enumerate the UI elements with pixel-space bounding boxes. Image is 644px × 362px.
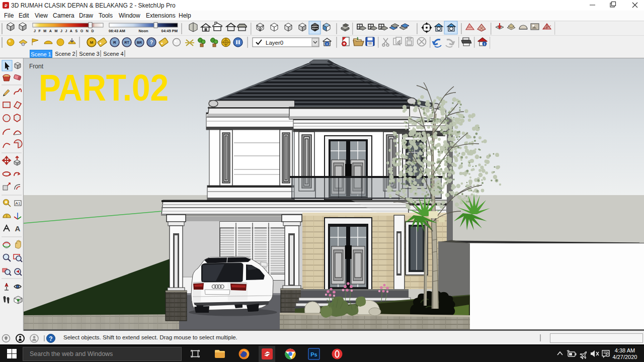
svg-text:Layer0: Layer0 bbox=[266, 40, 283, 46]
svg-text:04:45 PM: 04:45 PM bbox=[161, 29, 178, 33]
svg-text:A: A bbox=[15, 224, 21, 233]
svg-text:?: ? bbox=[49, 335, 52, 342]
svg-text:i: i bbox=[484, 42, 485, 46]
svg-text:A1: A1 bbox=[16, 201, 21, 206]
svg-text:M: M bbox=[90, 40, 94, 45]
svg-text:?: ? bbox=[150, 40, 153, 45]
svg-text:BR: BR bbox=[137, 41, 142, 44]
svg-text:Ps: Ps bbox=[310, 351, 317, 357]
svg-text:i: i bbox=[327, 42, 328, 46]
svg-text:PART.02: PART.02 bbox=[39, 67, 169, 109]
svg-text:06:43 AM: 06:43 AM bbox=[109, 29, 125, 33]
svg-text:R: R bbox=[113, 40, 116, 45]
svg-text:JFMAMJJASOND: JFMAMJJASOND bbox=[34, 29, 97, 33]
svg-text:Noon: Noon bbox=[138, 29, 148, 33]
svg-text:RT: RT bbox=[124, 41, 129, 44]
